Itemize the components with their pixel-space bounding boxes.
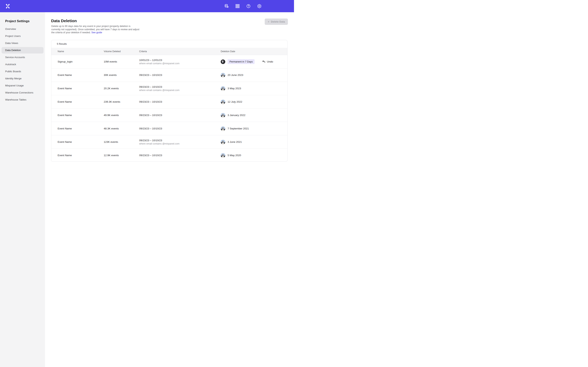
- criteria-date-range: 09/23/23 – 10/10/23: [139, 114, 221, 117]
- data-deletion-page: Data Deletion Delete up to 90 days data …: [45, 12, 294, 184]
- row-volume-deleted: 20.2K events: [104, 87, 139, 90]
- row-volume-deleted: 49.9K events: [104, 114, 139, 117]
- project-settings-sidebar: Project Settings Overview Project Users …: [0, 12, 45, 184]
- row-criteria: 09/23/23 – 10/10/23: [139, 114, 221, 117]
- row-volume-deleted: 12.9K events: [104, 154, 139, 157]
- sidebar-item-data-deletion[interactable]: Data Deletion: [1, 47, 43, 53]
- row-deletion-date-cell: 12 July 2022: [221, 100, 287, 104]
- row-deletion-date-cell: 5 May 2020: [221, 153, 287, 158]
- undo-label: Undo: [267, 60, 273, 63]
- column-header-volume-deleted: Volume Deleted: [104, 50, 139, 53]
- sidebar-nav: Overview Project Users Data Views Data D…: [0, 26, 45, 103]
- column-header-criteria: Criteria: [139, 50, 221, 53]
- row-volume-deleted: 123K events: [104, 141, 139, 143]
- deletion-date: 12 July 2022: [228, 100, 242, 103]
- row-criteria: 09/23/23 – 10/10/23: [139, 74, 221, 76]
- plus-icon: +: [268, 20, 269, 23]
- page-description: Delete up to 90 days data for any event …: [51, 25, 139, 34]
- user-avatar: [221, 59, 225, 64]
- user-avatar: [221, 153, 225, 158]
- apps-grid-icon[interactable]: [235, 4, 240, 8]
- row-criteria: 09/23/23 – 10/10/23: [139, 154, 221, 157]
- row-event-name: Event Name: [58, 127, 104, 130]
- sidebar-item-identity-merge[interactable]: Identity Merge: [1, 75, 43, 82]
- row-event-name: Event Name: [58, 74, 104, 76]
- sidebar-item-service-accounts[interactable]: Service Accounts: [1, 54, 43, 61]
- sidebar-item-overview[interactable]: Overview: [1, 26, 43, 32]
- row-event-name: Event Name: [58, 114, 104, 117]
- undo-icon: [262, 60, 266, 63]
- criteria-filter-text: where email contains @mixpanel.com: [139, 89, 221, 92]
- table-row: Signup_login 10M events 10/01/23 – 12/01…: [51, 55, 287, 68]
- deletion-date: 5 May 2020: [228, 154, 241, 157]
- row-deletion-date-cell: 7 September 2021: [221, 126, 287, 131]
- sidebar-item-warehouse-tables[interactable]: Warehouse Tables: [1, 97, 43, 103]
- data-settings-icon[interactable]: [224, 4, 229, 8]
- row-criteria: 09/23/23 – 10/10/23 where email contains…: [139, 139, 221, 145]
- criteria-date-range: 09/23/23 – 10/10/23: [139, 74, 221, 76]
- help-icon[interactable]: [246, 4, 251, 8]
- row-event-name: Signup_login: [58, 60, 104, 63]
- row-volume-deleted: 48.3K events: [104, 127, 139, 130]
- table-row: Event Name 48.3K events 09/23/23 – 10/10…: [51, 122, 287, 135]
- deletion-date: 7 September 2021: [228, 127, 249, 130]
- sidebar-item-data-views[interactable]: Data Views: [1, 40, 43, 46]
- sidebar-item-public-boards[interactable]: Public Boards: [1, 68, 43, 75]
- user-avatar: [221, 86, 225, 91]
- user-avatar: [221, 113, 225, 117]
- results-count: 5 Results: [51, 40, 287, 48]
- row-volume-deleted: 10M events: [104, 60, 139, 63]
- sidebar-item-project-users[interactable]: Project Users: [1, 33, 43, 39]
- user-avatar: [221, 73, 225, 77]
- deletion-date: 3 May 2023: [228, 87, 241, 90]
- permanent-badge: Permanent in 7 Days: [228, 59, 255, 64]
- user-avatar: [221, 126, 225, 131]
- table-row: Event Name 49.9K events 09/23/23 – 10/10…: [51, 108, 287, 122]
- user-avatar: [221, 100, 225, 104]
- row-volume-deleted: 239.3K events: [104, 100, 139, 103]
- deletion-date: 20 June 2023: [228, 74, 243, 76]
- criteria-date-range: 09/23/23 – 10/10/23: [139, 154, 221, 157]
- row-criteria: 09/23/23 – 10/10/23: [139, 127, 221, 130]
- criteria-date-range: 09/23/23 – 10/10/23: [139, 139, 221, 142]
- row-criteria: 09/23/23 – 10/10/23 where email contains…: [139, 85, 221, 92]
- sidebar-item-warehouse-connections[interactable]: Warehouse Connections: [1, 90, 43, 96]
- deletion-date: 3 June 2021: [228, 141, 242, 143]
- criteria-filter-text: where email contains @mixpanel.com: [139, 62, 221, 65]
- undo-button[interactable]: Undo: [262, 60, 273, 63]
- column-header-name: Name: [58, 50, 104, 53]
- row-deletion-date-cell: 3 June 2021: [221, 140, 287, 144]
- user-avatar: [221, 140, 225, 144]
- table-row: Event Name 239.3K events 09/23/23 – 10/1…: [51, 95, 287, 108]
- row-deletion-date-cell: Permanent in 7 Days Undo: [221, 59, 287, 64]
- table-body: Signup_login 10M events 10/01/23 – 12/01…: [51, 55, 287, 162]
- row-event-name: Event Name: [58, 100, 104, 103]
- criteria-date-range: 09/23/23 – 10/10/23: [139, 127, 221, 130]
- page-title: Data Deletion: [51, 18, 77, 23]
- sidebar-item-mixpanel-usage[interactable]: Mixpanel Usage: [1, 82, 43, 89]
- deletion-results-card: 5 Results Name Volume Deleted Criteria D…: [51, 40, 287, 162]
- settings-gear-icon[interactable]: [257, 4, 262, 8]
- delete-data-label: Delete Data: [271, 20, 285, 23]
- table-header-row: Name Volume Deleted Criteria Deletion Da…: [51, 48, 287, 55]
- table-row: Event Name 20.2K events 09/23/23 – 10/10…: [51, 82, 287, 95]
- top-navigation-bar: [0, 0, 294, 12]
- row-event-name: Event Name: [58, 154, 104, 157]
- deletion-date: 3 January 2022: [228, 114, 245, 117]
- table-row: Event Name 12.9K events 09/23/23 – 10/10…: [51, 149, 287, 162]
- criteria-filter-text: where email contains @mixpanel.com: [139, 142, 221, 145]
- criteria-date-range: 09/23/23 – 10/10/23: [139, 100, 221, 103]
- row-criteria: 09/23/23 – 10/10/23: [139, 100, 221, 103]
- row-deletion-date-cell: 20 June 2023: [221, 73, 287, 77]
- mixpanel-logo[interactable]: [6, 4, 10, 8]
- row-event-name: Event Name: [58, 141, 104, 143]
- see-guide-link[interactable]: See guide: [91, 31, 102, 34]
- table-row: Event Name 123K events 09/23/23 – 10/10/…: [51, 135, 287, 149]
- row-deletion-date-cell: 3 May 2023: [221, 86, 287, 91]
- row-event-name: Event Name: [58, 87, 104, 90]
- topbar-icon-group: [224, 4, 262, 8]
- criteria-date-range: 09/23/23 – 10/10/23: [139, 85, 221, 88]
- sidebar-item-autotrack[interactable]: Autotrack: [1, 61, 43, 68]
- delete-data-button[interactable]: + Delete Data: [265, 18, 288, 25]
- criteria-date-range: 10/01/23 – 12/01/23: [139, 59, 221, 62]
